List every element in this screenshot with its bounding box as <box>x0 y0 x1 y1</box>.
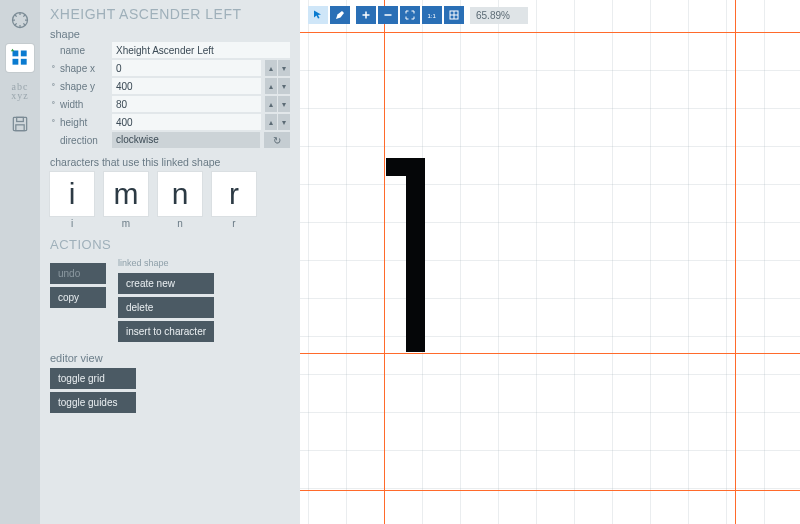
zoom-readout[interactable]: 65.89% <box>470 7 528 24</box>
svg-rect-4 <box>21 59 27 65</box>
row-name: name <box>50 42 290 58</box>
svg-rect-3 <box>13 59 19 65</box>
lock-icon: ⚬ <box>50 101 56 107</box>
width-stepper[interactable]: ▴▾ <box>265 96 290 112</box>
lock-icon: ⚬ <box>50 65 56 71</box>
fit-icon <box>404 9 416 21</box>
row-width: ⚬ width ▴▾ <box>50 96 290 112</box>
nav-compass[interactable] <box>6 6 34 34</box>
width-field[interactable] <box>112 96 261 112</box>
lock-icon: ⚬ <box>50 83 56 89</box>
grid-small-icon <box>448 9 460 21</box>
canvas-grid <box>300 0 800 524</box>
name-field[interactable] <box>112 42 290 58</box>
shape-x-field[interactable] <box>112 60 261 76</box>
actions-columns: undo copy linked shape create new delete… <box>50 258 290 342</box>
copy-button[interactable]: copy <box>50 287 106 308</box>
row-direction: direction clockwise ↻ <box>50 132 290 148</box>
create-new-button[interactable]: create new <box>118 273 214 294</box>
svg-rect-7 <box>16 125 24 131</box>
row-x: ⚬ shape x ▴▾ <box>50 60 290 76</box>
glyph-caption: r <box>212 218 256 229</box>
direction-toggle[interactable]: ↻ <box>264 132 290 148</box>
height-field[interactable] <box>112 114 261 130</box>
nav-glyphs[interactable]: abcxyz <box>6 82 34 100</box>
linked-chars-row: ii mm nn rr <box>50 172 290 229</box>
one-to-one-icon: 1:1 <box>426 9 438 21</box>
pointer-icon <box>312 9 324 21</box>
minus-icon <box>382 9 394 21</box>
label-width: width <box>60 99 108 110</box>
page-title: XHEIGHT ASCENDER LEFT <box>50 6 290 22</box>
svg-rect-2 <box>21 51 27 57</box>
linked-chars-label: characters that use this linked shape <box>50 156 290 168</box>
app: abcxyz XHEIGHT ASCENDER LEFT shape name … <box>0 0 800 524</box>
nav-properties[interactable] <box>6 44 34 72</box>
glyph-caption: i <box>50 218 94 229</box>
insert-to-character-button[interactable]: insert to character <box>118 321 214 342</box>
canvas-toolbar: 1:1 65.89% <box>308 6 528 24</box>
editor-view-label: editor view <box>50 352 290 364</box>
toggle-grid-button[interactable]: toggle grid <box>50 368 136 389</box>
glyph-m[interactable]: m <box>104 172 148 216</box>
shape-x-stepper[interactable]: ▴▾ <box>265 60 290 76</box>
guide-descender[interactable] <box>300 490 800 491</box>
tool-zoom-in[interactable] <box>356 6 376 24</box>
svg-rect-6 <box>17 117 24 121</box>
label-x: shape x <box>60 63 108 74</box>
canvas[interactable]: 1:1 65.89% <box>300 0 800 524</box>
label-name: name <box>60 45 108 56</box>
glyph-i[interactable]: i <box>50 172 94 216</box>
glyph-caption: n <box>158 218 202 229</box>
properties-panel: XHEIGHT ASCENDER LEFT shape name ⚬ shape… <box>40 0 300 524</box>
actions-heading: ACTIONS <box>50 237 290 252</box>
glyph-r[interactable]: r <box>212 172 256 216</box>
abc-icon: abcxyz <box>11 82 28 100</box>
save-icon <box>10 114 30 134</box>
undo-button[interactable]: undo <box>50 263 106 284</box>
label-height: height <box>60 117 108 128</box>
tool-toggle-grid[interactable] <box>444 6 464 24</box>
label-y: shape y <box>60 81 108 92</box>
row-height: ⚬ height ▴▾ <box>50 114 290 130</box>
editor-view-section: editor view toggle grid toggle guides <box>50 352 290 413</box>
svg-text:1:1: 1:1 <box>428 13 437 19</box>
tool-pointer[interactable] <box>308 6 328 24</box>
row-y: ⚬ shape y ▴▾ <box>50 78 290 94</box>
tool-one-to-one[interactable]: 1:1 <box>422 6 442 24</box>
col-b-header: linked shape <box>118 258 214 268</box>
label-direction: direction <box>60 135 108 146</box>
toggle-guides-button[interactable]: toggle guides <box>50 392 136 413</box>
plus-icon <box>360 9 372 21</box>
pen-icon <box>334 9 346 21</box>
tool-fit[interactable] <box>400 6 420 24</box>
shape-section-label: shape <box>50 28 290 40</box>
guide-left[interactable] <box>384 0 385 524</box>
tool-pen[interactable] <box>330 6 350 24</box>
svg-rect-1 <box>13 51 19 57</box>
icon-rail: abcxyz <box>0 0 40 524</box>
glyph-caption: m <box>104 218 148 229</box>
guide-right[interactable] <box>735 0 736 524</box>
glyph-n[interactable]: n <box>158 172 202 216</box>
compass-icon <box>10 10 30 30</box>
height-stepper[interactable]: ▴▾ <box>265 114 290 130</box>
lock-icon: ⚬ <box>50 119 56 125</box>
shape-y-field[interactable] <box>112 78 261 94</box>
shape-y-stepper[interactable]: ▴▾ <box>265 78 290 94</box>
guide-baseline[interactable] <box>300 353 800 354</box>
tool-zoom-out[interactable] <box>378 6 398 24</box>
guide-ascender[interactable] <box>300 32 800 33</box>
nav-save[interactable] <box>6 110 34 138</box>
delete-button[interactable]: delete <box>118 297 214 318</box>
direction-field: clockwise <box>112 132 260 148</box>
grid-icon <box>10 48 30 68</box>
